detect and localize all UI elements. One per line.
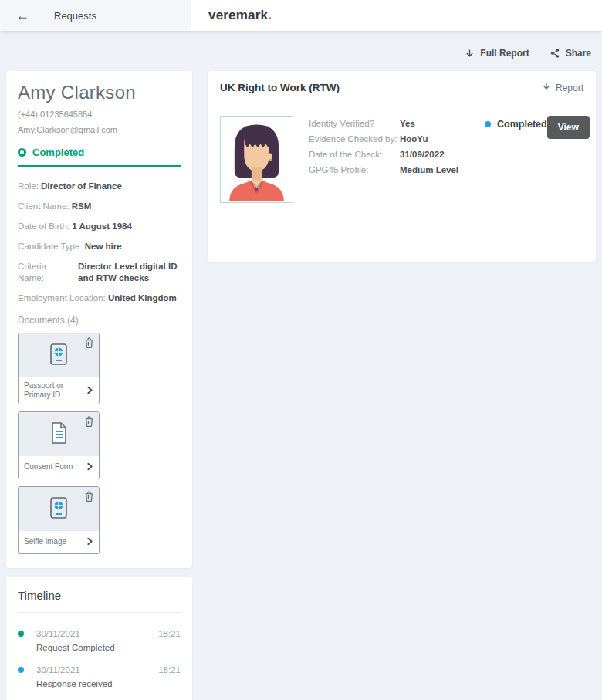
- top-bar-right: veremark.: [191, 0, 602, 31]
- back-arrow-icon[interactable]: ←: [15, 8, 29, 22]
- rtw-status: Completed: [485, 119, 547, 130]
- timeline-entry: 30/11/2021 18:21 Request Completed: [18, 617, 181, 652]
- top-bar-left: ← Requests: [0, 0, 191, 31]
- rtw-status-label: Completed: [497, 119, 547, 130]
- document-label: Passport or Primary ID: [24, 381, 86, 399]
- rtw-field-identity-verified: Identity Verified? Yes: [309, 116, 458, 131]
- timeline-divider: [18, 612, 181, 613]
- download-icon: [542, 82, 551, 93]
- document-icon: [48, 421, 69, 448]
- document-label: Consent Form: [24, 462, 86, 472]
- rtw-field-date-of-check: Date of the Check: 31/09/2022: [309, 147, 458, 162]
- rtw-title: UK Right to Work (RTW): [220, 82, 340, 93]
- field-role: Role: Director of Finance: [18, 181, 181, 192]
- right-column: UK Right to Work (RTW) Report: [208, 71, 596, 262]
- field-date-of-birth: Date of Birth: 1 August 1984: [18, 221, 181, 232]
- status-divider: [18, 165, 181, 167]
- profile-fields: Role: Director of Finance Client Name: R…: [18, 181, 181, 304]
- trash-icon[interactable]: [84, 337, 94, 351]
- left-column: Amy Clarkson (+44) 01235645854 Amy.Clark…: [6, 71, 192, 700]
- chevron-right-icon[interactable]: [86, 384, 93, 397]
- candidate-email: Amy.Clarkson@gmail.com: [18, 125, 181, 134]
- field-employment-location: Employment Location: United Kingdom: [18, 293, 181, 304]
- field-criteria-name: Criteria Name: Director Level digital ID…: [18, 261, 181, 284]
- field-client-name: Client Name: RSM: [18, 201, 181, 212]
- green-dot-icon: [18, 631, 28, 637]
- candidate-profile-card: Amy Clarkson (+44) 01235645854 Amy.Clark…: [6, 71, 192, 568]
- trash-icon[interactable]: [84, 416, 94, 430]
- rtw-field-evidence-checked: Evidence Checked by: HooYu: [309, 131, 458, 147]
- candidate-phone: (+44) 01235645854: [18, 110, 181, 119]
- document-card-selfie[interactable]: Selfie image: [18, 486, 100, 554]
- share-icon: [550, 48, 560, 59]
- rtw-check-card: UK Right to Work (RTW) Report: [208, 71, 596, 262]
- candidate-selfie-avatar: [220, 116, 293, 203]
- candidate-status: Completed: [18, 147, 181, 158]
- documents-grid: Passport or Primary ID: [18, 333, 181, 554]
- trash-icon[interactable]: [84, 491, 94, 505]
- rtw-header: UK Right to Work (RTW) Report: [208, 71, 596, 103]
- timeline-entry: 30/11/2021 18:21 Response received: [18, 654, 181, 688]
- field-candidate-type: Candidate Type: New hire: [18, 241, 181, 252]
- chevron-right-icon[interactable]: [86, 535, 93, 549]
- passport-icon: [47, 495, 70, 523]
- passport-icon: [47, 342, 70, 370]
- report-button[interactable]: Report: [542, 82, 583, 93]
- chevron-right-icon[interactable]: [86, 460, 93, 474]
- rtw-fields: Identity Verified? Yes Evidence Checked …: [309, 116, 458, 178]
- main-content: Amy Clarkson (+44) 01235645854 Amy.Clark…: [0, 71, 602, 700]
- download-icon: [465, 49, 475, 59]
- veremark-logo: veremark.: [208, 8, 274, 23]
- timeline-entry: 30/11/2021 18:19 Processing: [18, 690, 181, 700]
- full-report-button[interactable]: Full Report: [465, 48, 529, 59]
- actions-row: Full Report Share: [0, 31, 602, 71]
- rtw-body: Identity Verified? Yes Evidence Checked …: [208, 103, 596, 215]
- status-label: Completed: [32, 147, 84, 158]
- timeline-card: Timeline 30/11/2021 18:21 Request Comple…: [6, 577, 192, 700]
- timeline-title: Timeline: [18, 589, 181, 602]
- blue-dot-icon: [485, 121, 491, 127]
- candidate-name: Amy Clarkson: [18, 82, 181, 103]
- status-ring-icon: [18, 148, 26, 157]
- documents-title: Documents (4): [18, 315, 181, 326]
- page-title: Requests: [54, 10, 96, 22]
- view-button[interactable]: View: [547, 116, 590, 139]
- blue-dot-icon: [18, 667, 28, 673]
- rtw-field-gpg45-profile: GPG45 Profile: Medium Level: [309, 162, 458, 178]
- document-card-passport[interactable]: Passport or Primary ID: [18, 333, 100, 404]
- top-bar: ← Requests veremark.: [0, 0, 602, 31]
- document-label: Selfie image: [24, 537, 86, 546]
- share-button[interactable]: Share: [550, 48, 591, 59]
- document-card-consent-form[interactable]: Consent Form: [18, 411, 100, 479]
